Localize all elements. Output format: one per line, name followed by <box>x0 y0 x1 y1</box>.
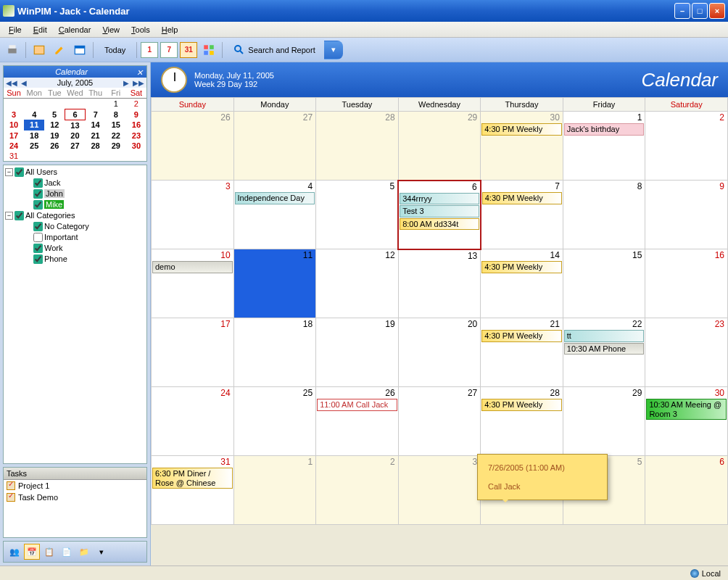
view-week-button[interactable]: 7 <box>160 42 178 58</box>
calendar-cell[interactable]: 29 <box>563 387 645 456</box>
calendar-cell[interactable]: 28 <box>316 112 399 181</box>
mini-day[interactable]: 17 <box>4 130 24 141</box>
calendar-cell[interactable]: 13 <box>398 249 481 318</box>
tree-node[interactable]: −All Categories <box>5 210 145 221</box>
calendar-event[interactable]: tt <box>564 330 645 342</box>
mini-day[interactable]: 31 <box>4 151 24 161</box>
tree-checkbox[interactable] <box>33 222 43 231</box>
prev-month-button[interactable]: ◀ <box>20 79 28 87</box>
menu-help[interactable]: Help <box>156 24 184 36</box>
calendar-cell[interactable]: 6344rrryyTest 38:00 AM dd334t <box>398 181 481 249</box>
close-button[interactable]: × <box>709 3 725 19</box>
calendar-cell[interactable]: 284:30 PM Weekly <box>481 387 563 456</box>
calendar-cell[interactable]: 23 <box>645 318 728 387</box>
nav-tasks-icon[interactable]: 📋 <box>41 544 57 560</box>
calendar-cell[interactable]: 18 <box>233 318 316 387</box>
mini-day[interactable]: 6 <box>65 109 85 120</box>
calendar-event[interactable]: 11:00 AM Call Jack <box>317 399 397 411</box>
mini-day[interactable]: 29 <box>106 141 126 151</box>
nav-contacts-icon[interactable]: 👥 <box>7 544 22 560</box>
calendar-event[interactable]: 4:30 PM Weekly <box>481 123 562 136</box>
mini-day[interactable]: 3 <box>4 109 24 120</box>
mini-day[interactable]: 22 <box>106 130 126 141</box>
calendar-cell[interactable]: 16 <box>645 249 728 318</box>
calendar-cell[interactable]: 3 <box>398 456 481 525</box>
mini-calendar-grid[interactable]: SunMonTueWedThuFriSat1234567891011121314… <box>4 88 146 161</box>
calendar-cell[interactable]: 1Jack's birthday <box>563 112 645 181</box>
calendar-cell[interactable]: 24 <box>152 387 234 456</box>
mini-day[interactable]: 27 <box>65 141 85 151</box>
print-icon[interactable] <box>3 41 22 59</box>
mini-day[interactable]: 28 <box>86 141 106 151</box>
calendar-cell[interactable]: 316:30 PM Diner / Rose @ Chinese <box>152 456 234 525</box>
mini-day[interactable]: 9 <box>126 109 146 120</box>
calendar-cell[interactable]: 10demo <box>152 249 234 318</box>
tree-node[interactable]: Jack <box>5 178 145 188</box>
calendar-cell[interactable]: 5 <box>316 181 399 249</box>
calendar-cell[interactable]: 15 <box>563 249 645 318</box>
tree-node[interactable]: Important <box>5 232 145 243</box>
calendar-event[interactable]: 4:30 PM Weekly <box>482 192 562 204</box>
nav-calendar-icon[interactable]: 📅 <box>24 544 40 560</box>
calendar-cell[interactable]: 27 <box>398 387 481 456</box>
mini-day[interactable]: 13 <box>65 120 85 130</box>
calendar-cell[interactable]: 17 <box>152 318 234 387</box>
mini-day[interactable]: 20 <box>65 130 85 141</box>
calendar-cell[interactable]: 144:30 PM Weekly <box>481 249 563 318</box>
next-month-button[interactable]: ▶ <box>123 79 130 87</box>
mini-day[interactable] <box>65 151 85 161</box>
calendar-cell[interactable]: 25 <box>233 387 316 456</box>
mini-day[interactable]: 26 <box>44 141 65 151</box>
mini-day[interactable]: 10 <box>4 120 24 130</box>
mini-day[interactable] <box>86 99 106 109</box>
calendar-cell[interactable]: 6 <box>645 456 728 525</box>
mini-cal-month[interactable]: July, 2005 <box>57 78 93 87</box>
calendar-cell[interactable]: 27 <box>233 112 316 181</box>
calendar-cell[interactable]: 304:30 PM Weekly <box>481 112 563 181</box>
nav-notes-icon[interactable]: 📄 <box>59 544 75 560</box>
mini-day[interactable]: 8 <box>106 109 126 120</box>
mini-day[interactable]: 2 <box>126 99 146 109</box>
calendar-cell[interactable]: 20 <box>398 318 481 387</box>
calendar-event[interactable]: Test 3 <box>400 205 479 218</box>
calendar-event[interactable]: 10:30 AM Meeing @ Room 3 <box>646 399 727 420</box>
tree-toggle[interactable]: − <box>5 212 13 220</box>
mini-day[interactable]: 15 <box>106 120 126 130</box>
task-row[interactable]: Project 1 <box>4 480 146 492</box>
today-button[interactable]: Today <box>97 41 133 59</box>
mini-day[interactable] <box>65 99 85 109</box>
calendar-cell[interactable]: 2 <box>316 456 399 525</box>
calendar-cell[interactable]: 29 <box>398 112 481 181</box>
toolbar-expand-icon[interactable]: ▾ <box>324 41 343 59</box>
tree-node[interactable]: −All Users <box>5 167 145 178</box>
tree-checkbox[interactable] <box>33 200 43 210</box>
tree-node[interactable]: John <box>5 188 145 199</box>
tree-node[interactable]: Phone <box>5 254 145 265</box>
mini-day[interactable]: 7 <box>86 109 106 120</box>
mini-day[interactable]: 16 <box>126 120 146 130</box>
multi-view-icon[interactable] <box>199 41 218 59</box>
mini-day[interactable]: 12 <box>44 120 65 130</box>
mini-day[interactable] <box>126 151 146 161</box>
mini-day[interactable] <box>4 99 24 109</box>
calendar-cell[interactable]: 22tt10:30 AM Phone <box>563 318 645 387</box>
tree-toggle[interactable]: − <box>5 168 13 176</box>
calendar-cell[interactable]: 9 <box>645 181 728 249</box>
calendar-cell[interactable]: 2 <box>645 112 728 181</box>
search-report-button[interactable]: Search and Report <box>226 41 322 59</box>
tree-checkbox[interactable] <box>33 233 43 242</box>
calendar-cell[interactable]: 8 <box>563 181 645 249</box>
mini-day[interactable]: 5 <box>44 109 65 120</box>
mini-day[interactable]: 19 <box>44 130 65 141</box>
mini-day[interactable]: 18 <box>24 130 44 141</box>
mini-day[interactable]: 25 <box>24 141 44 151</box>
next-year-button[interactable]: ▶▶ <box>132 79 145 87</box>
calendar-event[interactable]: 6:30 PM Diner / Rose @ Chinese <box>152 468 233 489</box>
tree-node[interactable]: Mike <box>5 199 145 210</box>
mini-day[interactable]: 4 <box>24 109 44 120</box>
nav-mail-icon[interactable]: 📁 <box>76 544 92 560</box>
new-event-icon[interactable] <box>30 41 49 59</box>
menu-calendar[interactable]: Calendar <box>53 24 97 36</box>
mini-day[interactable]: 14 <box>86 120 106 130</box>
pin-icon[interactable]: ✕ <box>136 68 144 75</box>
